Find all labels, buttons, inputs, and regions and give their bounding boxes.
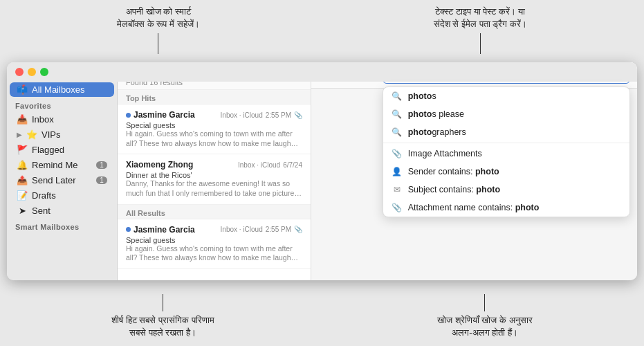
sidebar-item-inbox[interactable]: 📥 Inbox bbox=[10, 112, 114, 127]
suggestion-text-5: Sender contains: photo bbox=[408, 167, 499, 176]
send-later-icon: 📤 bbox=[17, 175, 28, 185]
app-window: Search 📫 All Mailboxes Favorites 📥 Inbox… bbox=[7, 62, 637, 280]
star-icon: ⭐ bbox=[26, 129, 37, 140]
suggestion-search-icon-1: 🔍 bbox=[392, 91, 403, 101]
suggestion-sender-contains[interactable]: 👤 Sender contains: photo bbox=[383, 163, 629, 181]
suggestion-text-7: Attachment name contains: photo bbox=[408, 203, 540, 212]
email-item-top-hit-1[interactable]: Jasmine Garcia Inbox · iCloud 2:55 PM 📎 … bbox=[118, 104, 311, 154]
drafts-icon: 📝 bbox=[17, 190, 28, 201]
suggestion-image-attachments[interactable]: 📎 Image Attachments bbox=[383, 145, 629, 163]
email-item-all-1[interactable]: Jasmine Garcia Inbox · iCloud 2:55 PM 📎 … bbox=[118, 219, 311, 269]
sidebar-item-vips[interactable]: ▶ ⭐ VIPs bbox=[10, 127, 114, 142]
email-list-panel: Searching "All Mailboxes" Found 16 resul… bbox=[118, 62, 311, 280]
callout-drag-email: टेक्स्ट टाइप या पेस्ट करें। या संदेश से … bbox=[434, 6, 527, 54]
callout-save-search: अपनी खोज को स्मार्ट मेलबॉक्स के रूप में … bbox=[117, 6, 199, 54]
title-bar bbox=[7, 62, 637, 82]
email-time-1: 2:55 PM bbox=[266, 111, 291, 119]
remind-me-badge: 1 bbox=[96, 161, 107, 169]
email-mailbox-all-1: Inbox · iCloud bbox=[221, 226, 263, 233]
sidebar-item-flagged[interactable]: 🚩 Flagged bbox=[10, 143, 114, 157]
email-preview-all-1: Hi again. Guess who's coming to town wit… bbox=[126, 244, 302, 263]
suggestion-person-icon: 👤 bbox=[392, 167, 403, 176]
email-subject-all-1: Special guests bbox=[126, 236, 302, 244]
suggestion-photos-please[interactable]: 🔍 photos please bbox=[383, 105, 629, 123]
sidebar-item-remind-me[interactable]: 🔔 Remind Me 1 bbox=[10, 158, 114, 172]
suggestion-separator-1 bbox=[383, 143, 629, 143]
remind-icon: 🔔 bbox=[17, 160, 28, 170]
email-time-2: 6/7/24 bbox=[283, 161, 302, 169]
email-preview-2: Danny, Thanks for the awesome evening! I… bbox=[126, 179, 302, 198]
email-item-top-hit-2[interactable]: Xiaomeng Zhong Inbox · iCloud 6/7/24 Din… bbox=[118, 154, 311, 204]
unread-dot-1 bbox=[126, 113, 131, 118]
unread-dot-all-1 bbox=[126, 227, 131, 232]
suggestion-text-4: Image Attachments bbox=[408, 149, 482, 158]
maximize-button[interactable] bbox=[40, 68, 48, 76]
suggestion-search-icon-3: 🔍 bbox=[392, 127, 403, 137]
sidebar-item-sent[interactable]: ➤ Sent bbox=[10, 203, 114, 218]
suggestion-photos[interactable]: 🔍 photos bbox=[383, 87, 629, 105]
suggestions-dropdown: 🔍 photos 🔍 photos please 🔍 photographers… bbox=[383, 86, 630, 217]
email-mailbox-2: Inbox · iCloud bbox=[238, 161, 280, 169]
flag-icon: 🚩 bbox=[17, 145, 28, 155]
right-panel: ✉ ✏ >> 🔍 ✕ 🔍 photos 🔍 photos please bbox=[311, 62, 637, 280]
suggestion-subject-contains[interactable]: ✉ Subject contains: photo bbox=[383, 181, 629, 199]
email-time-all-1: 2:55 PM bbox=[266, 226, 291, 233]
suggestion-attachment-name[interactable]: 📎 Attachment name contains: photo bbox=[383, 199, 629, 217]
email-mailbox-1: Inbox · iCloud bbox=[221, 111, 263, 119]
sidebar-item-send-later[interactable]: 📤 Send Later 1 bbox=[10, 173, 114, 188]
email-sender-1: Jasmine Garcia bbox=[126, 110, 195, 120]
suggestion-search-icon-2: 🔍 bbox=[392, 109, 403, 119]
email-sender-all-1: Jasmine Garcia bbox=[126, 225, 195, 235]
minimize-button[interactable] bbox=[28, 68, 36, 76]
top-hits-label: Top Hits bbox=[118, 90, 311, 104]
bottom-callouts: शीर्ष हिट सबसे प्रासंगिक परिणाम सबसे पहल… bbox=[0, 284, 644, 346]
suggestion-photographers[interactable]: 🔍 photographers bbox=[383, 123, 629, 141]
attachment-icon-1: 📎 bbox=[294, 111, 302, 119]
sidebar-item-all-mailboxes[interactable]: 📫 All Mailboxes bbox=[10, 82, 114, 97]
email-subject-1: Special guests bbox=[126, 121, 302, 129]
sidebar-favorites-label: Favorites bbox=[7, 98, 117, 111]
suggestion-text-2: photos please bbox=[408, 109, 464, 119]
sidebar: Search 📫 All Mailboxes Favorites 📥 Inbox… bbox=[7, 62, 118, 280]
all-results-label: All Results bbox=[118, 205, 311, 219]
inbox-icon: 📥 bbox=[17, 114, 28, 125]
sent-icon: ➤ bbox=[17, 206, 28, 216]
email-subject-2: Dinner at the Ricos' bbox=[126, 171, 302, 179]
suggestion-text-3: photographers bbox=[408, 127, 466, 137]
sidebar-item-drafts[interactable]: 📝 Drafts bbox=[10, 188, 114, 203]
callout-top-hits: शीर्ष हिट सबसे प्रासंगिक परिणाम सबसे पहल… bbox=[111, 294, 214, 339]
email-preview-1: Hi again. Guess who's coming to town wit… bbox=[126, 129, 302, 148]
send-later-badge: 1 bbox=[96, 176, 107, 184]
suggestion-attachment-icon: 📎 bbox=[392, 149, 403, 158]
close-button[interactable] bbox=[15, 68, 24, 76]
email-meta-2: Inbox · iCloud 6/7/24 bbox=[238, 161, 302, 169]
callout-search-categories: खोज श्रेणियाँ खोज के अनुसार अलग-अलग होती… bbox=[437, 294, 532, 339]
mailbox-icon: 📫 bbox=[17, 84, 28, 95]
email-meta-all-1: Inbox · iCloud 2:55 PM 📎 bbox=[221, 226, 302, 233]
suggestion-envelope-icon: ✉ bbox=[392, 185, 403, 194]
attachment-icon-all-1: 📎 bbox=[294, 226, 302, 233]
email-sender-2: Xiaomeng Zhong bbox=[126, 160, 193, 170]
suggestion-clip-icon: 📎 bbox=[392, 203, 403, 212]
vips-chevron-icon: ▶ bbox=[17, 131, 22, 138]
email-meta-1: Inbox · iCloud 2:55 PM 📎 bbox=[221, 111, 302, 119]
sidebar-smart-mailboxes-label: Smart Mailboxes bbox=[7, 219, 117, 233]
window-controls bbox=[15, 68, 48, 76]
suggestion-text-1: photos bbox=[408, 91, 436, 101]
suggestion-text-6: Subject contains: photo bbox=[408, 185, 500, 194]
